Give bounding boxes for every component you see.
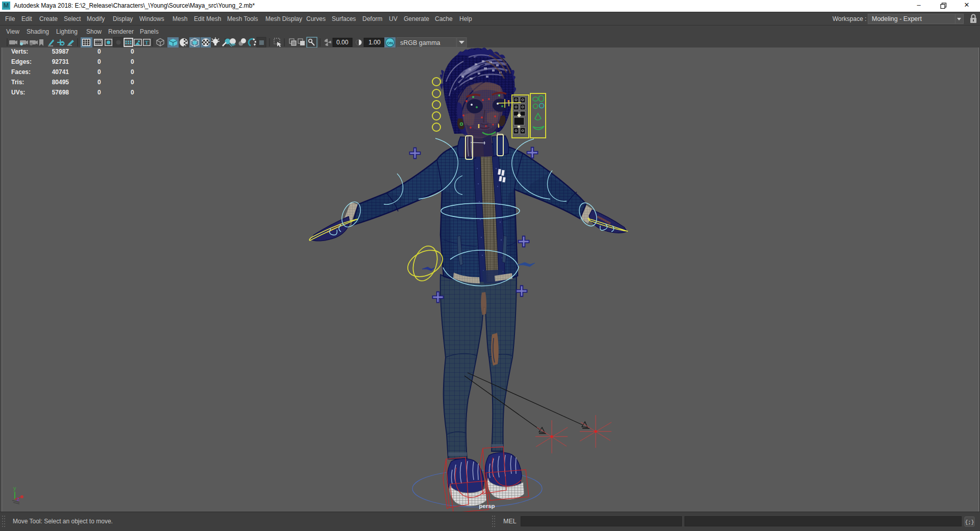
svg-text:z: z bbox=[17, 496, 19, 502]
svg-text:{;}: {;} bbox=[965, 520, 974, 525]
svg-text:persp: persp bbox=[479, 503, 495, 509]
svg-text:y: y bbox=[13, 485, 16, 491]
